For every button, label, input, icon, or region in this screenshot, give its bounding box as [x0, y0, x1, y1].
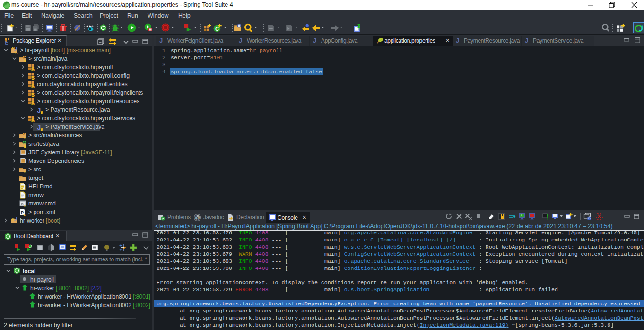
svg-text:M: M: [12, 46, 15, 50]
svg-text:S: S: [31, 117, 35, 122]
svg-text:s: s: [41, 109, 43, 114]
svg-text:S: S: [24, 204, 26, 207]
svg-text:S: S: [24, 170, 26, 173]
svg-text:@: @: [195, 215, 200, 220]
svg-text:s: s: [24, 213, 26, 216]
svg-text:S: S: [15, 51, 18, 54]
svg-text:S: S: [31, 100, 35, 105]
svg-text:C: C: [215, 26, 219, 32]
svg-text:s: s: [41, 126, 43, 131]
svg-text:S: S: [24, 144, 26, 148]
svg-text:S: S: [24, 59, 26, 62]
svg-text:M: M: [12, 218, 15, 221]
svg-text:S: S: [31, 83, 35, 88]
svg-text:S: S: [24, 136, 26, 139]
svg-text:S: S: [31, 92, 35, 97]
svg-text:S: S: [31, 75, 35, 80]
svg-text:S: S: [31, 66, 35, 71]
